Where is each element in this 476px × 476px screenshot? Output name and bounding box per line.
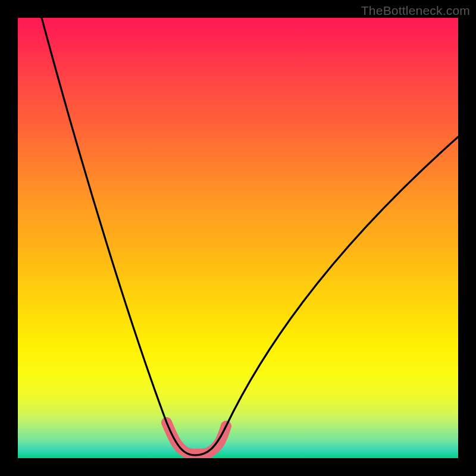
watermark-text: TheBottleneck.com [361, 4, 470, 18]
curve-path [42, 18, 458, 455]
bottleneck-curve [18, 18, 458, 458]
highlight-valley [167, 422, 226, 454]
chart-frame: TheBottleneck.com [0, 0, 476, 476]
plot-area [18, 18, 458, 458]
